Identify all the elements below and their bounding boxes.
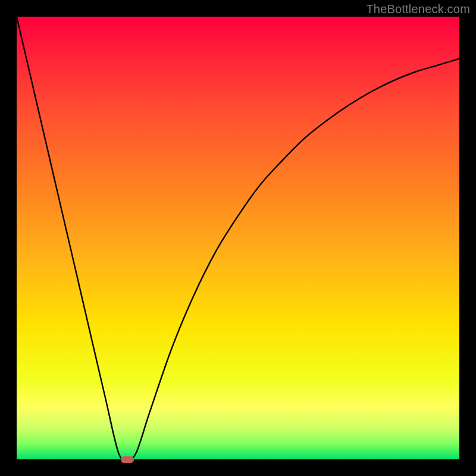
minimum-marker bbox=[121, 456, 134, 463]
plot-area bbox=[17, 17, 459, 459]
chart-frame: TheBottleneck.com bbox=[0, 0, 476, 476]
bottleneck-curve bbox=[17, 17, 459, 459]
watermark-text: TheBottleneck.com bbox=[366, 2, 470, 16]
